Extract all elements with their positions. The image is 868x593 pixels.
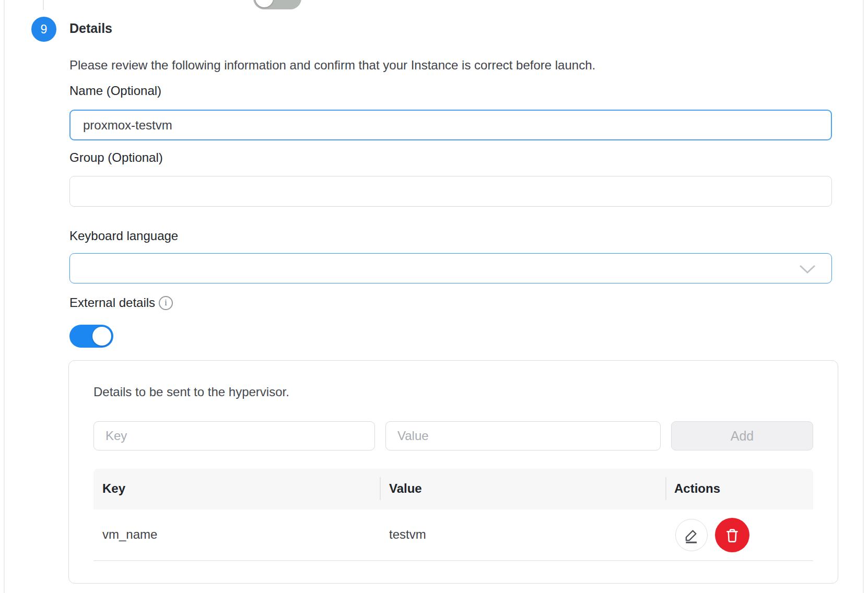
table-row: vm_name testvm (93, 509, 813, 560)
chevron-down-icon (799, 265, 816, 274)
previous-step-toggle[interactable] (253, 0, 301, 9)
keyboard-language-label: Keyboard language (69, 229, 178, 243)
page-left-border (4, 0, 5, 593)
group-label: Group (Optional) (69, 150, 163, 165)
external-details-panel: Details to be sent to the hypervisor. Ad… (68, 360, 838, 584)
key-input[interactable] (93, 421, 375, 450)
column-separator (665, 477, 666, 500)
section-description: Please review the following information … (69, 58, 595, 73)
toggle-knob (255, 0, 273, 7)
row-value-cell: testvm (389, 527, 426, 542)
value-input[interactable] (385, 421, 661, 450)
pencil-icon (683, 527, 700, 543)
hypervisor-description: Details to be sent to the hypervisor. (93, 385, 289, 399)
external-details-label: External details (69, 295, 155, 310)
table-header-value: Value (389, 481, 422, 496)
page-right-border (863, 0, 864, 593)
table-header-actions: Actions (674, 481, 720, 496)
stepper-connector-line (43, 0, 44, 10)
trash-icon (723, 526, 741, 544)
column-separator (380, 477, 381, 500)
section-title: Details (69, 21, 112, 36)
info-icon[interactable] (159, 296, 173, 310)
external-details-row: External details (69, 295, 173, 310)
row-key-cell: vm_name (102, 527, 157, 542)
delete-button[interactable] (715, 518, 749, 552)
name-label: Name (Optional) (69, 84, 161, 98)
toggle-knob (92, 327, 111, 346)
step-number-badge: 9 (31, 17, 56, 42)
row-divider (93, 560, 813, 561)
external-details-toggle[interactable] (69, 325, 113, 348)
group-input[interactable] (69, 176, 832, 207)
keyboard-language-select[interactable] (69, 253, 832, 283)
edit-button[interactable] (675, 519, 708, 551)
add-button[interactable]: Add (671, 421, 813, 450)
name-input[interactable] (69, 110, 832, 140)
table-header-key: Key (102, 481, 125, 496)
table-header-row: Key Value Actions (93, 469, 813, 509)
step-number: 9 (41, 22, 48, 37)
